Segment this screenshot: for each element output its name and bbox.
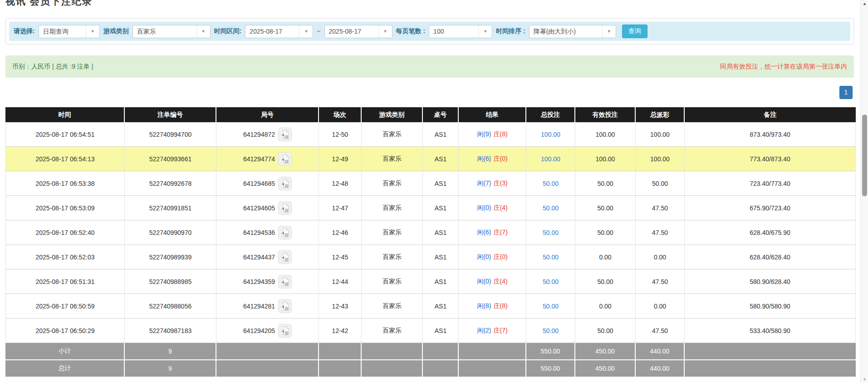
round-id-text: 641294205 — [243, 327, 275, 334]
video-replay-icon[interactable] — [278, 177, 292, 190]
total-bet-link[interactable]: 50.00 — [543, 254, 559, 261]
round-id-text: 641294437 — [243, 254, 275, 261]
total-valid-bet: 450.00 — [575, 360, 636, 378]
session-cell: 12-50 — [319, 122, 362, 147]
result-cell: 闲(6)庄(0) — [459, 147, 526, 171]
result-cell: 闲(8)庄(8) — [459, 294, 526, 318]
total-bet-link[interactable]: 50.00 — [543, 229, 559, 236]
bet-id-cell: 522740990970 — [125, 220, 216, 245]
valid-bet-cell: 50.00 — [575, 269, 636, 294]
remark-cell: 675.90/723.40 — [685, 196, 856, 220]
header-remark: 备注 — [685, 107, 856, 122]
vertical-scrollbar[interactable]: ▲ ▼ — [860, 0, 868, 383]
date-to-picker[interactable]: 2025-08-17 ▼ — [324, 25, 392, 38]
total-bet-cell: 50.00 — [526, 171, 575, 196]
date-from-value: 2025-08-17 — [245, 25, 299, 38]
remark-cell: 580.90/580.90 — [685, 294, 856, 318]
table-no-cell: AS1 — [423, 318, 459, 343]
scroll-down-arrow-icon[interactable]: ▼ — [861, 376, 868, 383]
pagination-page-1-button[interactable]: 1 — [839, 86, 853, 99]
game-type-cell: 百家乐 — [362, 147, 423, 171]
bet-id-cell: 522740993661 — [125, 147, 216, 171]
total-payout: 440.00 — [636, 360, 685, 378]
result-player: 闲(6) — [477, 155, 491, 162]
time-cell: 2025-08-17 06:52:40 — [5, 220, 125, 245]
table-no-cell: AS1 — [423, 147, 459, 171]
session-cell: 12-47 — [319, 196, 362, 220]
result-player: 闲(6) — [477, 229, 491, 236]
chevron-down-icon[interactable]: ▼ — [196, 25, 210, 38]
total-bet-link[interactable]: 50.00 — [543, 204, 559, 212]
video-replay-icon[interactable] — [278, 128, 292, 141]
pagination: 1 — [5, 86, 853, 99]
round-id-cell: 641294205 — [216, 318, 319, 343]
grand-total-row: 总计 9 550.00 450.00 440.00 — [5, 360, 856, 378]
video-replay-icon[interactable] — [278, 250, 292, 264]
round-id-text: 641294359 — [243, 278, 275, 285]
bet-records-table: 时间 注单编号 局号 场次 游戏类别 桌号 结果 总投注 有效投注 总派彩 备注… — [5, 107, 856, 378]
payout-cell: 100.00 — [636, 122, 685, 147]
result-banker: 庄(7) — [494, 327, 508, 334]
video-replay-icon[interactable] — [278, 275, 292, 288]
page-size-dropdown[interactable]: 100 ▼ — [429, 25, 492, 38]
total-bet-link[interactable]: 100.00 — [541, 131, 560, 138]
subtotal-row: 小计 9 550.00 450.00 440.00 — [5, 343, 856, 360]
header-result: 结果 — [459, 107, 526, 122]
session-cell: 12-42 — [319, 318, 362, 343]
result-banker: 庄(7) — [494, 229, 508, 236]
bet-id-cell: 522740992678 — [125, 171, 216, 196]
total-bet-cell: 50.00 — [526, 294, 575, 318]
game-type-cell: 百家乐 — [362, 196, 423, 220]
video-replay-icon[interactable] — [278, 324, 292, 338]
remark-cell: 628.40/675.90 — [685, 220, 856, 245]
chevron-down-icon[interactable]: ▼ — [378, 25, 392, 38]
video-replay-icon[interactable] — [278, 299, 292, 313]
time-sort-label: 时间排序 : — [496, 27, 525, 35]
valid-bet-cell: 0.00 — [575, 294, 636, 318]
total-bet-cell: 100.00 — [526, 147, 575, 171]
scroll-up-arrow-icon[interactable]: ▲ — [861, 0, 868, 7]
query-type-dropdown[interactable]: 日期查询 ▼ — [39, 25, 100, 38]
video-replay-icon[interactable] — [278, 152, 292, 166]
chevron-down-icon[interactable]: ▼ — [602, 25, 616, 38]
time-cell: 2025-08-17 06:54:51 — [5, 122, 125, 147]
round-id-text: 641294872 — [243, 131, 275, 138]
chevron-down-icon[interactable]: ▼ — [86, 25, 99, 38]
round-id-text: 641294536 — [243, 229, 275, 236]
result-cell: 闲(0)庄(4) — [459, 269, 526, 294]
filter-panel: 请选择: 日期查询 ▼ 游戏类别 百家乐 ▼ 时间区间: 2025-08-17 … — [5, 18, 854, 45]
table-no-cell: AS1 — [423, 220, 459, 245]
empty-cell — [216, 360, 319, 378]
page-size-value: 100 — [429, 25, 478, 38]
bet-id-cell: 522740987183 — [125, 318, 216, 343]
total-bet-cell: 50.00 — [526, 196, 575, 220]
game-type-dropdown[interactable]: 百家乐 ▼ — [132, 25, 211, 38]
total-bet-link[interactable]: 50.00 — [543, 180, 559, 187]
time-cell: 2025-08-17 06:52:03 — [5, 245, 125, 269]
scrollbar-thumb[interactable] — [862, 114, 867, 196]
round-id-cell: 641294774 — [216, 147, 319, 171]
header-bet-id: 注单编号 — [125, 107, 216, 122]
game-type-label: 游戏类别 — [103, 27, 129, 35]
table-row: 2025-08-17 06:51:31 522740988985 6412943… — [5, 269, 856, 294]
date-from-picker[interactable]: 2025-08-17 ▼ — [245, 25, 313, 38]
time-sort-dropdown[interactable]: 降幂(由大到小) ▼ — [529, 25, 616, 38]
total-bet-link[interactable]: 50.00 — [543, 303, 559, 310]
total-bet-cell: 50.00 — [526, 318, 575, 343]
search-button[interactable]: 查询 — [622, 25, 647, 38]
chevron-down-icon[interactable]: ▼ — [478, 25, 492, 38]
round-id-text: 641294685 — [243, 180, 275, 187]
video-replay-icon[interactable] — [278, 201, 292, 215]
bet-id-cell: 522740989939 — [125, 245, 216, 269]
chevron-down-icon[interactable]: ▼ — [299, 25, 313, 38]
round-id-cell: 641294685 — [216, 171, 319, 196]
title-clip: 视讯 会员下注纪录 — [5, 0, 855, 6]
payout-cell: 47.50 — [636, 220, 685, 245]
total-bet-link[interactable]: 100.00 — [541, 155, 560, 163]
total-bet-link[interactable]: 50.00 — [543, 278, 559, 285]
time-cell: 2025-08-17 06:53:38 — [5, 171, 125, 196]
total-bet-cell: 50.00 — [526, 245, 575, 269]
video-replay-icon[interactable] — [278, 226, 292, 239]
total-bet-link[interactable]: 50.00 — [543, 327, 559, 334]
remark-cell: 628.40/628.40 — [685, 245, 856, 269]
